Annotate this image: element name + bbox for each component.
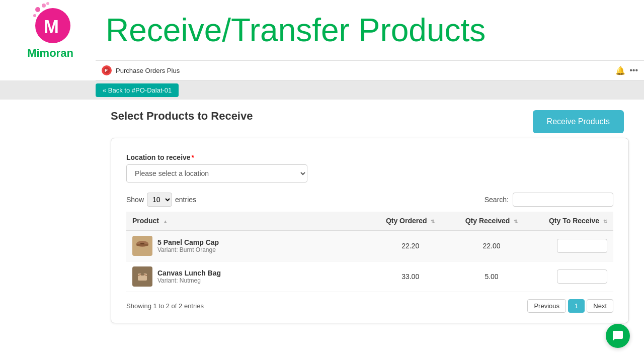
svg-text:P: P xyxy=(105,68,108,73)
show-label: Show xyxy=(126,196,144,204)
product-cell-1: 5 Panel Camp Cap Variant: Burnt Orange xyxy=(126,230,370,261)
product-variant-1: Variant: Burnt Orange xyxy=(157,246,219,253)
qty-to-receive-input-1[interactable] xyxy=(557,239,607,253)
next-button[interactable]: Next xyxy=(587,299,613,313)
app-bar-left: P Purchase Orders Plus xyxy=(102,65,180,75)
product-cell-2: Canvas Lunch Bag Variant: Nutmeg xyxy=(126,261,370,292)
card: Location to receive* Please select a loc… xyxy=(111,138,629,323)
table-header: Product ▲ Qty Ordered ⇅ Qty Received ⇅ Q… xyxy=(126,212,613,230)
show-entries: Show 10 25 50 entries xyxy=(126,193,196,207)
col-header-qty-ordered[interactable]: Qty Ordered ⇅ xyxy=(370,212,451,230)
qty-to-receive-cell-2 xyxy=(532,261,613,292)
page-title-large: Receive/Transfer Products xyxy=(106,14,486,46)
sort-icon-qty-to-receive: ⇅ xyxy=(603,219,607,224)
required-marker: * xyxy=(192,153,194,161)
app-bar: P Purchase Orders Plus 🔔 ••• xyxy=(96,60,644,80)
entries-select[interactable]: 10 25 50 xyxy=(147,193,172,207)
product-image-2 xyxy=(132,266,152,287)
top-header: M Mimoran Receive/Transfer Products xyxy=(0,0,644,60)
app-bar-right: 🔔 ••• xyxy=(615,66,638,75)
product-image-1 xyxy=(132,236,152,256)
product-thumb-icon xyxy=(135,269,149,284)
search-input[interactable] xyxy=(513,193,613,207)
col-header-qty-received[interactable]: Qty Received ⇅ xyxy=(451,212,532,230)
logo-area: M Mimoran xyxy=(10,1,91,60)
back-button[interactable]: « Back to #PO-Dalat-01 xyxy=(96,83,179,97)
table-body: 5 Panel Camp Cap Variant: Burnt Orange 2… xyxy=(126,230,613,292)
svg-point-2 xyxy=(33,14,36,17)
logo-text: Mimoran xyxy=(27,47,73,60)
svg-rect-12 xyxy=(141,274,144,276)
svg-point-1 xyxy=(42,4,46,8)
qty-received-2: 5.00 xyxy=(451,261,532,292)
sort-icon-qty-ordered: ⇅ xyxy=(431,219,435,224)
svg-point-0 xyxy=(35,7,40,12)
table-controls: Show 10 25 50 entries Search: xyxy=(126,193,613,207)
svg-point-3 xyxy=(46,2,49,5)
product-name-2: Canvas Lunch Bag xyxy=(157,269,221,277)
qty-to-receive-input-2[interactable] xyxy=(557,269,607,284)
location-select[interactable]: Please select a location xyxy=(126,164,307,183)
product-name-1: 5 Panel Camp Cap xyxy=(157,238,219,246)
main-content: Select Products to Receive Receive Produ… xyxy=(96,100,644,333)
location-form-group: Location to receive* Please select a loc… xyxy=(126,153,613,183)
page-1-button[interactable]: 1 xyxy=(568,299,585,313)
search-label: Search: xyxy=(485,196,509,204)
product-variant-2: Variant: Nutmeg xyxy=(157,277,221,284)
pagination-bar: Showing 1 to 2 of 2 entries Previous 1 N… xyxy=(126,299,613,313)
app-icon: P xyxy=(102,65,112,75)
search-area: Search: xyxy=(485,193,613,207)
qty-received-1: 22.00 xyxy=(451,230,532,261)
sort-icon-product: ▲ xyxy=(163,219,168,224)
more-icon[interactable]: ••• xyxy=(629,66,638,75)
col-header-product[interactable]: Product ▲ xyxy=(126,212,370,230)
location-label: Location to receive* xyxy=(126,153,613,161)
pagination-controls: Previous 1 Next xyxy=(527,299,613,313)
qty-ordered-1: 22.20 xyxy=(370,230,451,261)
product-thumb-icon xyxy=(135,239,149,253)
showing-text: Showing 1 to 2 of 2 entries xyxy=(126,302,204,310)
app-bar-title: Purchase Orders Plus xyxy=(116,67,180,74)
table-row: 5 Panel Camp Cap Variant: Burnt Orange 2… xyxy=(126,230,613,261)
bell-icon[interactable]: 🔔 xyxy=(615,66,625,75)
products-table: Product ▲ Qty Ordered ⇅ Qty Received ⇅ Q… xyxy=(126,212,613,292)
receive-products-button[interactable]: Receive Products xyxy=(533,110,624,133)
nav-bar: « Back to #PO-Dalat-01 xyxy=(0,80,644,100)
sort-icon-qty-received: ⇅ xyxy=(514,219,518,224)
chat-icon xyxy=(612,330,624,342)
chat-bubble[interactable] xyxy=(606,324,630,348)
table-row: Canvas Lunch Bag Variant: Nutmeg 33.00 5… xyxy=(126,261,613,292)
svg-rect-10 xyxy=(140,243,144,244)
qty-ordered-2: 33.00 xyxy=(370,261,451,292)
col-header-qty-to-receive[interactable]: Qty To Receive ⇅ xyxy=(532,212,613,230)
previous-button[interactable]: Previous xyxy=(527,299,566,313)
logo-icon: M xyxy=(28,1,73,46)
qty-to-receive-cell-1 xyxy=(532,230,613,261)
entries-label: entries xyxy=(175,196,196,204)
svg-text:M: M xyxy=(44,17,59,37)
